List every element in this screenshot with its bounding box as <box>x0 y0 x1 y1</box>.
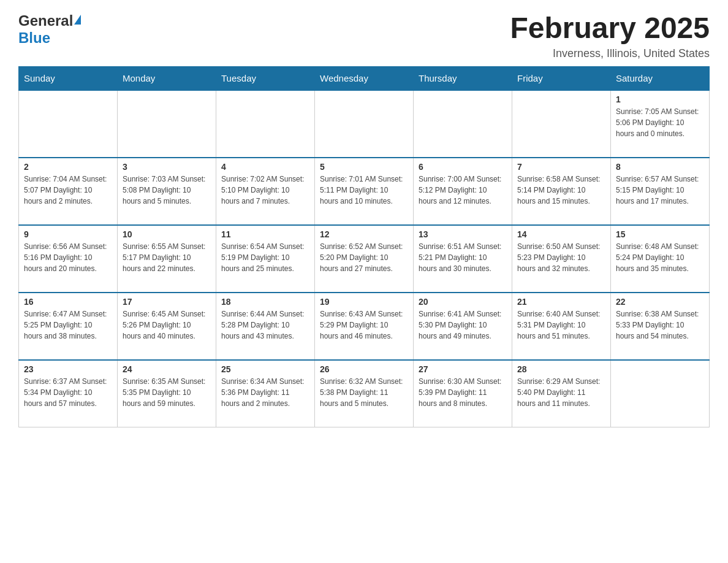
day-info: Sunrise: 6:58 AM Sunset: 5:14 PM Dayligh… <box>517 174 605 207</box>
calendar-cell: 4Sunrise: 7:02 AM Sunset: 5:10 PM Daylig… <box>216 158 315 225</box>
day-number: 6 <box>419 162 507 172</box>
day-number: 13 <box>419 229 507 239</box>
day-info: Sunrise: 6:52 AM Sunset: 5:20 PM Dayligh… <box>320 241 408 274</box>
day-number: 28 <box>517 364 605 374</box>
logo: General Blue <box>18 12 81 47</box>
day-number: 21 <box>517 297 605 307</box>
day-number: 19 <box>320 297 408 307</box>
day-info: Sunrise: 6:29 AM Sunset: 5:40 PM Dayligh… <box>517 376 605 409</box>
day-number: 18 <box>221 297 309 307</box>
calendar-cell <box>414 90 512 158</box>
calendar-week-5: 23Sunrise: 6:37 AM Sunset: 5:34 PM Dayli… <box>19 360 710 427</box>
day-info: Sunrise: 6:56 AM Sunset: 5:16 PM Dayligh… <box>24 241 112 274</box>
day-info: Sunrise: 6:47 AM Sunset: 5:25 PM Dayligh… <box>24 308 112 342</box>
day-info: Sunrise: 6:34 AM Sunset: 5:36 PM Dayligh… <box>221 376 309 409</box>
calendar-cell: 17Sunrise: 6:45 AM Sunset: 5:26 PM Dayli… <box>118 293 216 360</box>
day-number: 20 <box>419 297 507 307</box>
day-number: 2 <box>24 162 112 172</box>
weekday-header-monday: Monday <box>118 66 216 90</box>
calendar-cell: 28Sunrise: 6:29 AM Sunset: 5:40 PM Dayli… <box>512 360 611 427</box>
day-number: 26 <box>320 364 408 374</box>
calendar-cell: 6Sunrise: 7:00 AM Sunset: 5:12 PM Daylig… <box>414 158 512 225</box>
day-info: Sunrise: 6:50 AM Sunset: 5:23 PM Dayligh… <box>517 241 605 274</box>
calendar-cell: 7Sunrise: 6:58 AM Sunset: 5:14 PM Daylig… <box>512 158 611 225</box>
calendar-cell <box>118 90 216 158</box>
day-number: 8 <box>616 162 704 172</box>
calendar-week-2: 2Sunrise: 7:04 AM Sunset: 5:07 PM Daylig… <box>19 158 710 225</box>
calendar-cell: 19Sunrise: 6:43 AM Sunset: 5:29 PM Dayli… <box>315 293 414 360</box>
calendar-cell: 5Sunrise: 7:01 AM Sunset: 5:11 PM Daylig… <box>315 158 414 225</box>
day-info: Sunrise: 6:43 AM Sunset: 5:29 PM Dayligh… <box>320 308 408 342</box>
calendar-header-row: SundayMondayTuesdayWednesdayThursdayFrid… <box>19 66 710 90</box>
day-info: Sunrise: 7:05 AM Sunset: 5:06 PM Dayligh… <box>616 106 704 139</box>
calendar-cell: 13Sunrise: 6:51 AM Sunset: 5:21 PM Dayli… <box>414 225 512 293</box>
calendar-cell: 10Sunrise: 6:55 AM Sunset: 5:17 PM Dayli… <box>118 225 216 293</box>
day-number: 12 <box>320 229 408 239</box>
calendar-cell: 9Sunrise: 6:56 AM Sunset: 5:16 PM Daylig… <box>19 225 118 293</box>
calendar-cell: 2Sunrise: 7:04 AM Sunset: 5:07 PM Daylig… <box>19 158 118 225</box>
month-title: February 2025 <box>510 12 710 45</box>
calendar-cell: 3Sunrise: 7:03 AM Sunset: 5:08 PM Daylig… <box>118 158 216 225</box>
page-header: General Blue February 2025 Inverness, Il… <box>18 12 710 60</box>
calendar-cell: 14Sunrise: 6:50 AM Sunset: 5:23 PM Dayli… <box>512 225 611 293</box>
day-info: Sunrise: 6:37 AM Sunset: 5:34 PM Dayligh… <box>24 376 112 409</box>
day-info: Sunrise: 7:04 AM Sunset: 5:07 PM Dayligh… <box>24 174 112 207</box>
calendar-cell: 23Sunrise: 6:37 AM Sunset: 5:34 PM Dayli… <box>19 360 118 427</box>
day-info: Sunrise: 6:35 AM Sunset: 5:35 PM Dayligh… <box>123 376 211 409</box>
logo-general-text: General <box>18 12 73 29</box>
weekday-header-friday: Friday <box>512 66 611 90</box>
day-number: 22 <box>616 297 704 307</box>
day-number: 9 <box>24 229 112 239</box>
day-info: Sunrise: 6:51 AM Sunset: 5:21 PM Dayligh… <box>419 241 507 274</box>
day-info: Sunrise: 6:45 AM Sunset: 5:26 PM Dayligh… <box>123 308 211 342</box>
weekday-header-sunday: Sunday <box>19 66 118 90</box>
day-number: 3 <box>123 162 211 172</box>
calendar-cell <box>216 90 315 158</box>
calendar-cell: 8Sunrise: 6:57 AM Sunset: 5:15 PM Daylig… <box>611 158 710 225</box>
calendar-cell: 21Sunrise: 6:40 AM Sunset: 5:31 PM Dayli… <box>512 293 611 360</box>
weekday-header-thursday: Thursday <box>414 66 512 90</box>
location-subtitle: Inverness, Illinois, United States <box>510 47 710 60</box>
calendar-week-3: 9Sunrise: 6:56 AM Sunset: 5:16 PM Daylig… <box>19 225 710 293</box>
title-area: February 2025 Inverness, Illinois, Unite… <box>510 12 710 60</box>
calendar-cell: 22Sunrise: 6:38 AM Sunset: 5:33 PM Dayli… <box>611 293 710 360</box>
calendar-cell: 16Sunrise: 6:47 AM Sunset: 5:25 PM Dayli… <box>19 293 118 360</box>
calendar-table: SundayMondayTuesdayWednesdayThursdayFrid… <box>18 66 710 428</box>
day-number: 25 <box>221 364 309 374</box>
calendar-week-4: 16Sunrise: 6:47 AM Sunset: 5:25 PM Dayli… <box>19 293 710 360</box>
day-number: 11 <box>221 229 309 239</box>
calendar-cell: 27Sunrise: 6:30 AM Sunset: 5:39 PM Dayli… <box>414 360 512 427</box>
day-info: Sunrise: 7:03 AM Sunset: 5:08 PM Dayligh… <box>123 174 211 207</box>
day-number: 1 <box>616 94 704 104</box>
day-info: Sunrise: 7:02 AM Sunset: 5:10 PM Dayligh… <box>221 174 309 207</box>
calendar-cell <box>611 360 710 427</box>
day-info: Sunrise: 6:41 AM Sunset: 5:30 PM Dayligh… <box>419 308 507 342</box>
day-number: 7 <box>517 162 605 172</box>
calendar-cell: 1Sunrise: 7:05 AM Sunset: 5:06 PM Daylig… <box>611 90 710 158</box>
day-number: 15 <box>616 229 704 239</box>
day-info: Sunrise: 6:48 AM Sunset: 5:24 PM Dayligh… <box>616 241 704 274</box>
calendar-cell: 25Sunrise: 6:34 AM Sunset: 5:36 PM Dayli… <box>216 360 315 427</box>
logo-blue-text: Blue <box>18 29 50 46</box>
day-info: Sunrise: 6:54 AM Sunset: 5:19 PM Dayligh… <box>221 241 309 274</box>
day-number: 23 <box>24 364 112 374</box>
day-info: Sunrise: 7:00 AM Sunset: 5:12 PM Dayligh… <box>419 174 507 207</box>
day-number: 10 <box>123 229 211 239</box>
day-info: Sunrise: 6:55 AM Sunset: 5:17 PM Dayligh… <box>123 241 211 274</box>
day-info: Sunrise: 6:30 AM Sunset: 5:39 PM Dayligh… <box>419 376 507 409</box>
day-number: 24 <box>123 364 211 374</box>
weekday-header-tuesday: Tuesday <box>216 66 315 90</box>
calendar-cell: 24Sunrise: 6:35 AM Sunset: 5:35 PM Dayli… <box>118 360 216 427</box>
day-info: Sunrise: 6:40 AM Sunset: 5:31 PM Dayligh… <box>517 308 605 342</box>
day-number: 16 <box>24 297 112 307</box>
calendar-cell: 11Sunrise: 6:54 AM Sunset: 5:19 PM Dayli… <box>216 225 315 293</box>
calendar-cell <box>512 90 611 158</box>
calendar-cell: 20Sunrise: 6:41 AM Sunset: 5:30 PM Dayli… <box>414 293 512 360</box>
day-info: Sunrise: 6:57 AM Sunset: 5:15 PM Dayligh… <box>616 174 704 207</box>
day-number: 4 <box>221 162 309 172</box>
logo-arrow-icon <box>74 15 81 25</box>
calendar-cell: 12Sunrise: 6:52 AM Sunset: 5:20 PM Dayli… <box>315 225 414 293</box>
calendar-cell <box>315 90 414 158</box>
weekday-header-wednesday: Wednesday <box>315 66 414 90</box>
day-info: Sunrise: 6:32 AM Sunset: 5:38 PM Dayligh… <box>320 376 408 409</box>
